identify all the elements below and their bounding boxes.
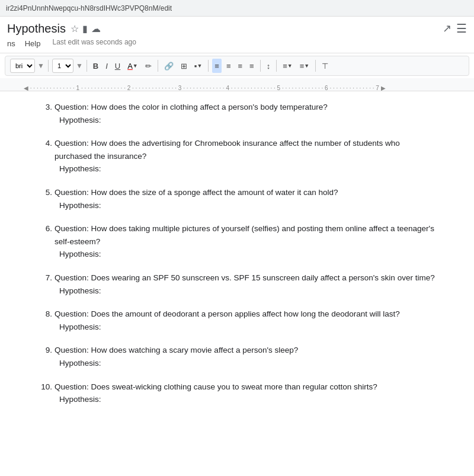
question-item-6: 8.Question: Does the amount of deodorant…	[36, 308, 438, 333]
image-button[interactable]: ⊞	[178, 59, 190, 73]
url-text: ir2zi4PnUnnhNwepqcu-hN8rsdIHWc3PVPQ8nM/e…	[6, 4, 172, 12]
last-edit-text: Last edit was seconds ago	[52, 38, 136, 49]
question-number-8: 10.	[36, 381, 52, 394]
divider-7	[315, 60, 316, 72]
folder-icon[interactable]: ▮	[82, 23, 88, 34]
hypothesis-line-8: Hypothesis:	[36, 393, 438, 406]
question-text-3: Question: How does the size of a sponge …	[55, 186, 338, 199]
trend-icon[interactable]: ↗	[443, 22, 451, 35]
question-line-6: 8.Question: Does the amount of deodorant…	[36, 308, 438, 321]
font-size-select[interactable]: 11	[52, 59, 73, 73]
indent-button[interactable]: ≡▼	[297, 59, 312, 73]
align-justify-button[interactable]: ≡	[247, 59, 257, 73]
question-text-1: Question: How does the color in clothing…	[55, 101, 328, 114]
title-row: Hypothesis ☆ ▮ ☁ ↗ ☰	[7, 21, 467, 36]
pencil-button[interactable]: ✏	[143, 59, 154, 73]
title-icons: ☆ ▮ ☁	[71, 23, 101, 34]
menu-item-help[interactable]: Help	[25, 38, 41, 49]
question-text-2: Question: How does the advertising for C…	[55, 137, 438, 162]
insert-image-button[interactable]: ▪▼	[192, 59, 205, 73]
question-item-3: 5.Question: How does the size of a spong…	[36, 186, 438, 212]
divider-4	[208, 60, 209, 72]
doc-header: Hypothesis ☆ ▮ ☁ ↗ ☰ ns Help Last edit w…	[0, 17, 474, 53]
hypothesis-line-6: Hypothesis:	[36, 321, 438, 334]
question-number-3: 5.	[36, 186, 52, 199]
hypothesis-line-2: Hypothesis:	[36, 162, 438, 175]
question-item-1: 3.Question: How does the color in clothi…	[36, 101, 438, 126]
question-text-7: Question: How does watching a scary movi…	[55, 344, 298, 357]
hypothesis-line-3: Hypothesis:	[36, 199, 438, 212]
align-center-button[interactable]: ≡	[224, 59, 233, 73]
divider-2	[87, 60, 87, 72]
divider-6	[276, 60, 277, 72]
link-button[interactable]: 🔗	[162, 59, 176, 73]
star-icon[interactable]: ☆	[71, 23, 79, 34]
question-number-7: 9.	[36, 344, 52, 357]
menu-icon[interactable]: ☰	[456, 21, 467, 36]
doc-title: Hypothesis	[7, 22, 66, 36]
divider-1	[48, 60, 49, 72]
question-line-8: 10.Question: Does sweat-wicking clothing…	[36, 381, 438, 394]
header-right: ↗ ☰	[443, 21, 467, 36]
question-number-2: 4.	[36, 137, 52, 162]
align-left-button[interactable]: ≡	[212, 59, 222, 73]
divider-3	[158, 60, 158, 72]
question-line-1: 3.Question: How does the color in clothi…	[36, 101, 438, 114]
cloud-icon[interactable]: ☁	[91, 23, 101, 34]
question-number-4: 6.	[36, 222, 52, 248]
question-line-2: 4.Question: How does the advertising for…	[36, 137, 438, 162]
underline-button[interactable]: U	[113, 59, 123, 73]
menu-bar: ns Help Last edit was seconds ago	[7, 38, 467, 49]
menu-item-ns[interactable]: ns	[7, 38, 15, 49]
divider-5	[260, 60, 261, 72]
font-name-select[interactable]: bri	[10, 59, 35, 73]
bold-button[interactable]: B	[91, 59, 101, 73]
ruler: ◀ · · · · · · · · · · · · · · 1 · · · · …	[0, 78, 474, 91]
question-item-7: 9.Question: How does watching a scary mo…	[36, 344, 438, 369]
question-text-5: Question: Does wearing an SPF 50 sunscre…	[55, 271, 435, 285]
hypothesis-line-1: Hypothesis:	[36, 114, 438, 127]
font-color-button[interactable]: A ▼	[125, 59, 140, 73]
line-spacing-button[interactable]: ↕	[264, 59, 273, 73]
ruler-marker-0: ◀ · · · · · · · · · · · · · · 1 · · · · …	[24, 85, 386, 91]
align-right-button[interactable]: ≡	[236, 59, 245, 73]
question-number-6: 8.	[36, 308, 52, 321]
question-line-3: 5.Question: How does the size of a spong…	[36, 186, 438, 199]
question-item-8: 10.Question: Does sweat-wicking clothing…	[36, 381, 438, 406]
clear-format-button[interactable]: ⊤	[319, 59, 331, 73]
question-text-4: Question: How does taking multiple pictu…	[55, 222, 438, 248]
font-name-arrow: ▼	[37, 62, 44, 70]
question-item-4: 6.Question: How does taking multiple pic…	[36, 222, 438, 261]
toolbar: bri ▼ 11 ▼ B I U A ▼ ✏ 🔗 ⊞ ▪▼ ≡ ≡ ≡ ≡ ↕ …	[5, 56, 469, 76]
question-item-5: 7.Question: Does wearing an SPF 50 sunsc…	[36, 271, 438, 297]
italic-button[interactable]: I	[103, 59, 110, 73]
question-text-8: Question: Does sweat-wicking clothing ca…	[55, 381, 377, 394]
hypothesis-line-5: Hypothesis:	[36, 285, 438, 298]
doc-content: 3.Question: How does the color in clothi…	[0, 91, 474, 449]
font-color-label: A	[127, 62, 133, 71]
question-number-1: 3.	[36, 101, 52, 114]
list-button[interactable]: ≡▼	[280, 59, 295, 73]
font-size-arrow: ▼	[76, 62, 83, 70]
hypothesis-line-7: Hypothesis:	[36, 357, 438, 370]
question-number-5: 7.	[36, 271, 52, 285]
question-line-5: 7.Question: Does wearing an SPF 50 sunsc…	[36, 271, 438, 285]
address-bar: ir2zi4PnUnnhNwepqcu-hN8rsdIHWc3PVPQ8nM/e…	[0, 0, 474, 17]
color-arrow: ▼	[133, 63, 138, 69]
question-item-2: 4.Question: How does the advertising for…	[36, 137, 438, 175]
question-text-6: Question: Does the amount of deodorant a…	[55, 308, 400, 321]
question-line-7: 9.Question: How does watching a scary mo…	[36, 344, 438, 357]
hypothesis-line-4: Hypothesis:	[36, 248, 438, 261]
question-line-4: 6.Question: How does taking multiple pic…	[36, 222, 438, 248]
